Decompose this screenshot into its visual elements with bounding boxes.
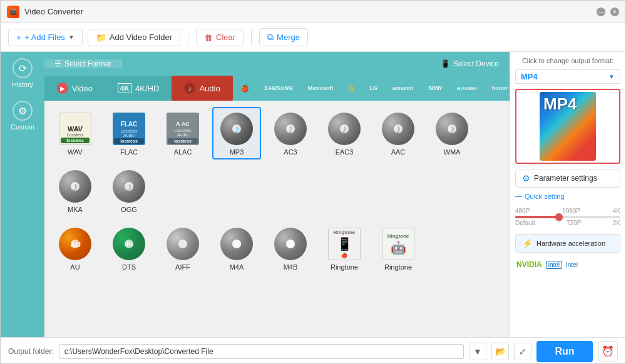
ringtone-android-icon: Ringtone 🤖	[382, 228, 414, 260]
format-item-wav[interactable]: WAV lossless Lossless Audio WAV	[51, 107, 100, 159]
format-item-alac[interactable]: A AC lossless Lossless Audio ALAC	[158, 107, 207, 159]
aac-label: AAC	[391, 148, 406, 156]
label-default: Default	[515, 220, 535, 226]
slider-thumb[interactable]	[555, 213, 563, 221]
tab-select-device[interactable]: 📱 Select Device	[431, 59, 510, 68]
label-1080p: 1080P	[562, 208, 580, 215]
title-controls: — ✕	[597, 8, 619, 16]
brand-sony[interactable]: SONY	[421, 85, 449, 91]
add-folder-button[interactable]: 📁 Add Video Folder	[88, 29, 180, 46]
left-sidebar: ⟳ History ⚙ Custom	[1, 52, 44, 337]
format-item-aiff[interactable]: ♫ AIFF	[158, 222, 207, 275]
history-icon: ⟳	[13, 58, 33, 78]
m4b-label: M4B	[284, 263, 298, 271]
add-folder-label: Add Video Folder	[110, 33, 172, 42]
ringtone-android-label: Ringtone	[384, 263, 412, 271]
parameter-settings-button[interactable]: ⚙ Parameter settings	[515, 169, 620, 188]
open-folder-btn[interactable]: 📂	[491, 343, 509, 360]
slider-track[interactable]	[515, 216, 620, 218]
tab-select-format[interactable]: ☰ Select Format	[44, 59, 122, 68]
extra-btn[interactable]: ⤢	[514, 343, 531, 360]
add-files-button[interactable]: + + Add Files ▼	[8, 29, 83, 46]
sidebar-item-custom[interactable]: ⚙ Custom	[1, 94, 44, 137]
format-item-ac3[interactable]: ♪ AC3	[266, 107, 315, 159]
mp4-preview-box: MP4 MP4	[540, 92, 596, 161]
format-item-mka[interactable]: ♪ MKA	[51, 164, 100, 217]
trash-icon: 🗑	[204, 33, 213, 43]
param-settings-label: Parameter settings	[534, 174, 597, 183]
ogg-icon: ♪	[113, 170, 145, 203]
eac3-icon: ♪	[328, 113, 361, 145]
clear-label: Clear	[216, 33, 235, 42]
brand-apple[interactable]: 🍎	[233, 84, 257, 93]
brand-google[interactable]: G	[341, 84, 362, 93]
format-item-ringtone-android[interactable]: Ringtone 🤖 Ringtone	[374, 222, 423, 275]
4k-label: 4K/HD	[135, 84, 159, 93]
dropdown-arrow-btn[interactable]: ▼	[469, 343, 486, 360]
mp3-label: MP3	[230, 148, 244, 156]
format-grid: WAV lossless Lossless Audio WAV FLAC los…	[44, 101, 510, 337]
format-item-au[interactable]: AU AU	[51, 222, 100, 275]
brands-row: 🍎 SAMSUNG Microsoft G LG amazon SONY HUA…	[233, 76, 510, 101]
mp4-overlay-text: MP4	[543, 96, 577, 112]
format-device-bar: ☰ Select Format 📱 Select Device	[44, 52, 510, 76]
quality-labels-bottom: Default 720P 2K	[515, 220, 620, 226]
format-item-flac[interactable]: FLAC lossless Lossless Audio FLAC	[105, 107, 153, 159]
bottom-bar: Output folder: ▼ 📂 ⤢ Run ⏰	[1, 337, 625, 364]
alarm-button[interactable]: ⏰	[598, 341, 618, 361]
audio-type-btn[interactable]: ♪ Audio	[172, 76, 232, 101]
au-label: AU	[70, 263, 80, 271]
wav-icon: WAV lossless Lossless Audio	[59, 113, 91, 145]
video-type-btn[interactable]: ▶ Video	[44, 76, 105, 101]
audio-label: Audio	[199, 84, 220, 93]
mka-icon: ♪	[59, 170, 91, 203]
video-label: Video	[72, 84, 93, 93]
alac-label: ALAC	[174, 148, 192, 156]
format-item-ogg[interactable]: ♪ OGG	[105, 164, 153, 217]
format-item-m4b[interactable]: M4B	[266, 222, 315, 275]
brand-amazon[interactable]: amazon	[385, 85, 421, 91]
quick-setting-label: Quick setting	[525, 193, 565, 200]
output-path-input[interactable]	[59, 344, 464, 359]
brand-huawei[interactable]: HUAWEI	[449, 86, 485, 91]
label-4k: 4K	[613, 208, 620, 215]
format-row-2: AU AU dts DTS	[51, 222, 503, 275]
m4a-label: M4A	[230, 263, 244, 271]
hw-acceleration-button[interactable]: ⚡ Hardware acceleration	[515, 234, 620, 253]
format-item-eac3[interactable]: ♪ EAC3	[320, 107, 369, 159]
type-brands-row: ▶ Video 4K 4K/HD ♪ Audio 🍎 SAMSUNG Micro…	[44, 76, 510, 101]
title-bar: 🎬 Video Converter — ✕	[1, 1, 625, 23]
alac-icon: A AC lossless Lossless Audio	[167, 113, 199, 145]
gear-icon: ⚙	[13, 101, 33, 121]
brand-microsoft[interactable]: Microsoft	[300, 85, 341, 91]
folder-icon: 📁	[96, 33, 106, 43]
minimize-button[interactable]: —	[597, 8, 605, 16]
mp3-icon: ♪	[220, 113, 253, 145]
app-title: Video Converter	[24, 7, 83, 16]
format-item-mp3[interactable]: ♪ MP3	[212, 107, 261, 159]
format-item-wma[interactable]: ♪ WMA	[428, 107, 476, 159]
sidebar-item-history[interactable]: ⟳ History	[1, 52, 44, 94]
main-content: ⟳ History ⚙ Custom ☰ Select Format 📱 Sel…	[1, 52, 625, 337]
format-item-aac[interactable]: ♪ AAC	[374, 107, 423, 159]
output-format-selector[interactable]: MP4 ▼	[515, 69, 620, 84]
brand-samsung[interactable]: SAMSUNG	[257, 85, 300, 91]
brand-lg[interactable]: LG	[362, 85, 385, 91]
run-button[interactable]: Run	[536, 341, 593, 362]
intel-label-1: intel	[546, 261, 562, 269]
brand-honor[interactable]: honor	[485, 85, 510, 91]
merge-button[interactable]: ⧉ Merge	[259, 28, 308, 46]
click-to-change-label: Click to change output format:	[515, 57, 620, 64]
m4a-icon	[220, 228, 253, 260]
format-item-ringtone-apple[interactable]: Ringtone 📱 🍎 Ringtone	[320, 222, 369, 275]
intel-label-2: Intel	[566, 261, 578, 268]
close-button[interactable]: ✕	[610, 8, 619, 16]
right-panel: Click to change output format: MP4 ▼ MP4…	[510, 52, 625, 337]
add-files-label: + Add Files	[24, 33, 65, 42]
add-icon: +	[16, 33, 21, 43]
format-item-dts[interactable]: dts DTS	[105, 222, 153, 275]
format-item-m4a[interactable]: M4A	[212, 222, 261, 275]
4k-type-btn[interactable]: 4K 4K/HD	[105, 76, 172, 101]
app-icon: 🎬	[7, 6, 19, 18]
clear-button[interactable]: 🗑 Clear	[196, 29, 244, 46]
